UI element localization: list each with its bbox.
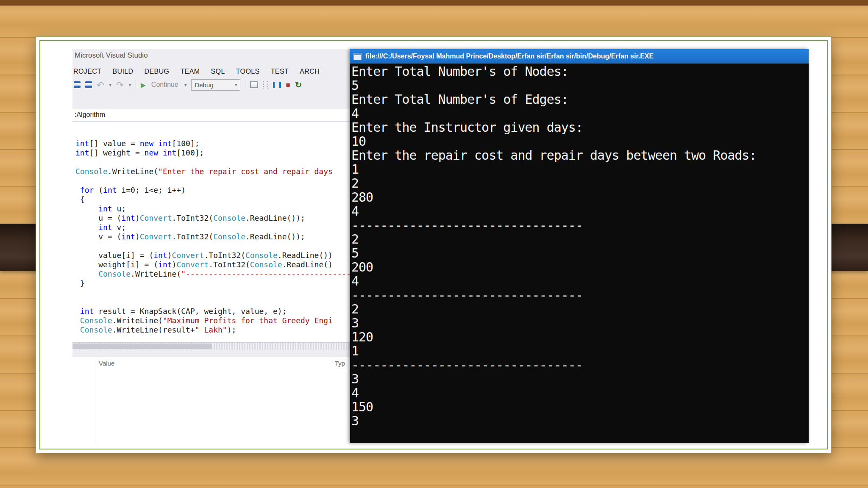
code-token: int — [158, 260, 172, 269]
code-token: Console — [75, 167, 108, 176]
code-token: .ToInt32( — [172, 232, 214, 241]
console-line: 1 — [351, 162, 809, 176]
code-token: value[i] = ( — [75, 251, 153, 260]
code-token: u = ( — [75, 214, 121, 222]
code-token: Console — [250, 260, 282, 269]
console-output[interactable]: Enter Total Number's of Nodes:5Enter Tot… — [350, 64, 809, 443]
code-token: v; — [112, 223, 126, 232]
debug-combo-value: Debug — [195, 81, 213, 89]
break-all-pause-icon[interactable] — [273, 82, 281, 88]
code-token: .ReadLine()) — [278, 251, 333, 260]
console-line: -------------------------------- — [351, 218, 809, 232]
console-line: 4 — [351, 386, 809, 400]
type-column-header[interactable]: Typ — [335, 357, 345, 370]
code-token: Console — [213, 232, 245, 241]
code-token: "Maximum Profits for that Greedy Engi — [163, 316, 333, 325]
code-token: new — [140, 139, 154, 148]
code-token: ); — [227, 325, 236, 334]
scrollbar-thumb[interactable] — [72, 344, 212, 349]
console-line: 4 — [351, 204, 809, 218]
screenshot-stage: Microsoft Visual Studio ROJECTBUILDDEBUG… — [0, 0, 868, 488]
code-token: [100]; — [172, 139, 200, 148]
console-line: 2 — [351, 176, 809, 190]
continue-dropdown-caret-icon[interactable]: ▾ — [184, 82, 187, 88]
column-divider — [95, 357, 95, 443]
console-line: 3 — [351, 372, 809, 386]
code-token — [75, 204, 98, 213]
code-token: new — [145, 148, 159, 157]
console-line: 4 — [351, 106, 809, 120]
console-line: 150 — [351, 400, 809, 414]
dotted-columns-icon[interactable] — [263, 81, 268, 89]
console-line: 120 — [351, 330, 809, 344]
toolbar-separator — [136, 80, 136, 90]
code-token: Console — [80, 316, 112, 325]
save-icon[interactable] — [74, 81, 81, 88]
code-token: .ToInt32( — [172, 214, 214, 222]
save-all-icon[interactable] — [85, 81, 92, 88]
console-line: 3 — [351, 414, 809, 428]
menu-item[interactable]: TOOLS — [231, 68, 265, 75]
menu-item[interactable]: ARCH — [294, 68, 325, 75]
code-token — [75, 223, 98, 232]
column-divider — [332, 357, 332, 443]
code-token: Console — [213, 214, 245, 222]
redo-icon[interactable]: ↷ — [116, 80, 124, 89]
restart-icon[interactable]: ↻ — [295, 80, 302, 89]
continue-button[interactable]: Continue — [151, 81, 178, 89]
code-token: result = KnapSack(CAP, weight, value, e)… — [94, 307, 287, 316]
console-line: 5 — [351, 78, 809, 92]
undo-icon[interactable]: ↶ — [97, 80, 104, 89]
code-token: ( — [94, 186, 103, 194]
redo-dropdown-caret-icon[interactable]: ▾ — [129, 82, 131, 88]
code-token: Convert — [172, 251, 204, 260]
menu-item[interactable]: TEST — [265, 68, 295, 75]
continue-play-icon[interactable]: ▶ — [141, 82, 146, 88]
console-window: file:///C:/Users/Foysal Mahmud Prince/De… — [350, 49, 809, 443]
undo-dropdown-caret-icon[interactable]: ▾ — [109, 82, 112, 88]
code-token: v = ( — [75, 232, 121, 241]
code-token: int — [158, 139, 172, 148]
code-token: Convert — [176, 260, 209, 269]
breadcrumb-label: :Algorithm — [75, 111, 105, 119]
code-token: [] value = — [89, 139, 140, 148]
code-token — [75, 186, 80, 194]
stop-debugging-icon[interactable]: ■ — [286, 81, 290, 89]
code-token: for — [80, 186, 94, 194]
code-token: ) — [135, 214, 140, 222]
code-token: .ReadLine()); — [245, 214, 305, 222]
console-app-icon — [353, 53, 362, 60]
code-token: int — [75, 139, 89, 148]
console-line: 10 — [351, 134, 809, 148]
console-titlebar[interactable]: file:///C:/Users/Foysal Mahmud Prince/De… — [350, 49, 809, 64]
window-frame-icon[interactable] — [250, 81, 258, 88]
code-token: ) — [135, 232, 140, 241]
code-token: int — [98, 223, 112, 232]
code-token: weight[i] = ( — [75, 260, 158, 269]
code-token: "Enter the repair cost and repair days — [158, 167, 333, 176]
code-token: Console — [98, 269, 131, 278]
console-line: 5 — [351, 246, 809, 260]
menu-item[interactable]: ROJECT — [72, 68, 107, 75]
value-column-header[interactable]: Value — [99, 357, 114, 370]
console-line: 3 — [351, 316, 809, 330]
code-token: Console — [245, 251, 278, 260]
code-token: .ToInt32( — [204, 251, 245, 260]
toolbar-separator — [245, 80, 245, 90]
menu-item[interactable]: DEBUG — [139, 68, 175, 75]
console-line: 4 — [351, 274, 809, 288]
menu-item[interactable]: SQL — [205, 68, 230, 75]
menu-item[interactable]: TEAM — [175, 68, 205, 75]
menu-bar: ROJECTBUILDDEBUGTEAMSQLTOOLSTESTARCH — [72, 66, 325, 77]
code-token: ) — [172, 260, 177, 269]
console-line: 2 — [351, 232, 809, 246]
code-token — [75, 316, 80, 325]
console-line: 2 — [351, 302, 809, 316]
menu-item[interactable]: BUILD — [107, 68, 139, 75]
console-line: -------------------------------- — [351, 288, 809, 302]
combo-caret-icon: ▾ — [235, 82, 237, 88]
code-token: { — [75, 195, 85, 204]
code-token: Convert — [140, 232, 172, 241]
code-token: u; — [112, 204, 126, 213]
debug-target-combobox[interactable]: Debug ▾ — [191, 79, 240, 91]
